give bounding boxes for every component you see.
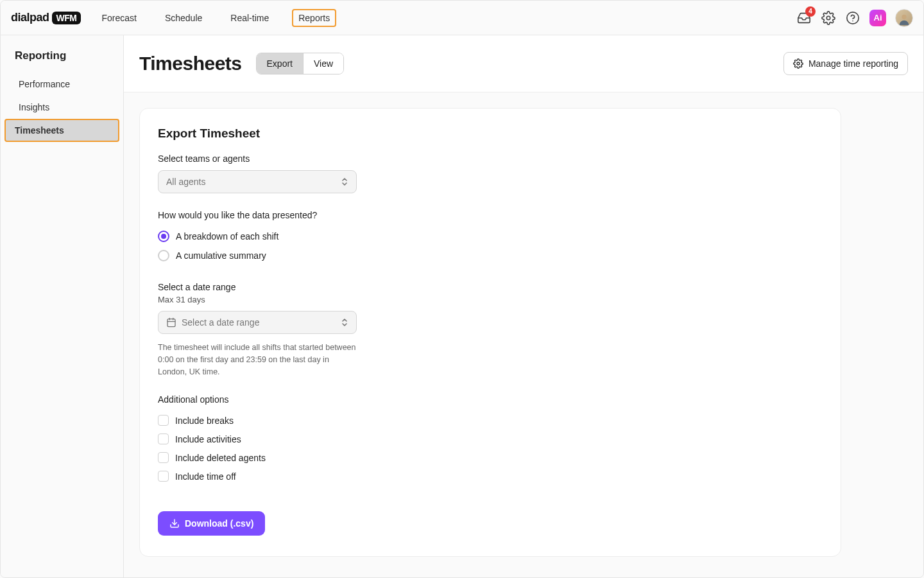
nav-items: Forecast Schedule Real-time Reports: [96, 9, 336, 27]
daterange-sub: Max 31 days: [158, 295, 823, 304]
teams-value: All agents: [166, 177, 205, 187]
radio-label: A breakdown of each shift: [176, 231, 278, 241]
download-button[interactable]: Download (.csv): [158, 511, 265, 536]
svg-point-3: [902, 14, 906, 19]
notification-badge: 4: [805, 6, 816, 17]
checkbox-icon: [158, 415, 169, 426]
sidebar-item-timesheets[interactable]: Timesheets: [4, 119, 119, 142]
top-nav: dialpad WFM Forecast Schedule Real-time …: [1, 1, 923, 35]
radio-icon: [158, 250, 169, 261]
inbox-icon[interactable]: 4: [796, 10, 812, 26]
tab-export[interactable]: Export: [257, 53, 303, 74]
check-label: Include time off: [175, 471, 236, 482]
brand-logo: dialpad WFM: [11, 11, 81, 24]
svg-point-1: [847, 12, 859, 23]
sidebar: Reporting Performance Insights Timesheet…: [1, 35, 124, 577]
check-include-breaks[interactable]: Include breaks: [158, 411, 823, 430]
ai-label: Ai: [874, 13, 882, 22]
check-include-deleted-agents[interactable]: Include deleted agents: [158, 448, 823, 467]
daterange-label: Select a date range: [158, 282, 823, 292]
checkbox-icon: [158, 434, 169, 444]
gear-icon: [793, 58, 803, 69]
options-section: Additional options Include breaks Includ…: [158, 394, 823, 486]
daterange-placeholder: Select a date range: [182, 317, 259, 328]
download-label: Download (.csv): [185, 518, 253, 529]
nav-realtime[interactable]: Real-time: [225, 9, 274, 27]
page-header: Timesheets Export View Manage time repor…: [124, 35, 923, 92]
daterange-section: Select a date range Max 31 days Select a…: [158, 282, 823, 378]
manage-button-label: Manage time reporting: [809, 58, 898, 69]
help-icon[interactable]: [845, 10, 860, 26]
svg-point-4: [797, 62, 800, 65]
chevron-sort-icon: [341, 318, 348, 327]
radio-breakdown[interactable]: A breakdown of each shift: [158, 227, 823, 246]
gear-icon[interactable]: [821, 10, 836, 26]
teams-label: Select teams or agents: [158, 153, 823, 164]
calendar-icon: [166, 317, 176, 328]
checkbox-icon: [158, 471, 169, 482]
radio-label: A cumulative summary: [176, 250, 266, 261]
chevron-sort-icon: [341, 177, 348, 186]
check-label: Include activities: [175, 434, 241, 444]
nav-schedule[interactable]: Schedule: [160, 9, 207, 27]
nav-right: 4 Ai: [796, 9, 913, 27]
radio-icon: [158, 231, 169, 242]
teams-select[interactable]: All agents: [158, 170, 357, 193]
ai-badge-icon[interactable]: Ai: [869, 10, 886, 26]
sidebar-item-performance[interactable]: Performance: [4, 73, 119, 96]
options-label: Additional options: [158, 394, 823, 405]
checkbox-icon: [158, 452, 169, 463]
presentation-label: How would you like the data presented?: [158, 210, 823, 220]
brand-suffix: WFM: [52, 12, 81, 24]
check-include-activities[interactable]: Include activities: [158, 430, 823, 448]
brand-name: dialpad: [11, 11, 49, 24]
manage-time-reporting-button[interactable]: Manage time reporting: [783, 52, 908, 75]
tab-view[interactable]: View: [303, 53, 343, 74]
svg-point-0: [826, 16, 830, 20]
nav-forecast[interactable]: Forecast: [96, 9, 141, 27]
main: Timesheets Export View Manage time repor…: [124, 35, 923, 577]
check-include-time-off[interactable]: Include time off: [158, 467, 823, 486]
export-card: Export Timesheet Select teams or agents …: [139, 108, 841, 557]
daterange-select[interactable]: Select a date range: [158, 311, 357, 334]
daterange-help: The timesheet will include all shifts th…: [158, 342, 357, 378]
sidebar-item-insights[interactable]: Insights: [4, 96, 119, 119]
presentation-section: How would you like the data presented? A…: [158, 210, 823, 265]
teams-section: Select teams or agents All agents: [158, 153, 823, 193]
nav-reports[interactable]: Reports: [292, 9, 336, 27]
check-label: Include deleted agents: [175, 453, 266, 463]
radio-cumulative[interactable]: A cumulative summary: [158, 246, 823, 265]
card-title: Export Timesheet: [158, 127, 823, 141]
sidebar-title: Reporting: [1, 47, 123, 73]
tab-group: Export View: [256, 53, 345, 74]
avatar[interactable]: [895, 9, 913, 27]
page-title: Timesheets: [139, 53, 242, 74]
svg-rect-5: [167, 319, 175, 327]
content: Export Timesheet Select teams or agents …: [124, 92, 923, 572]
check-label: Include breaks: [175, 416, 234, 426]
download-icon: [169, 518, 180, 529]
